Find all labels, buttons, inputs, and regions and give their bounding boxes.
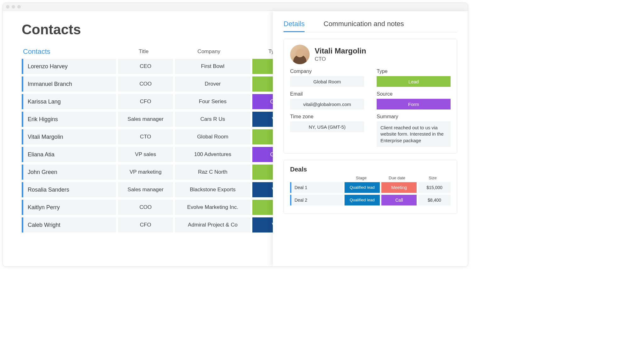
deals-header-due[interactable]: Due date <box>379 176 415 180</box>
contact-name: Vitali Margolin <box>315 47 366 55</box>
field-email: Email vitali@globalroom.com <box>290 91 364 109</box>
cell-company: Global Room <box>175 129 250 144</box>
header-contacts[interactable]: Contacts <box>22 48 116 56</box>
field-summary: Summary Client reached out to us via web… <box>377 114 451 147</box>
contacts-table: Contacts Title Company Type Lorenzo Harv… <box>22 48 273 232</box>
value-company[interactable]: Global Room <box>290 76 364 87</box>
table-row[interactable]: Vitali MargolinCTOGlobal RoomLead <box>22 129 273 144</box>
cell-name: Eliana Atia <box>22 147 116 162</box>
cell-company: First Bowl <box>175 59 250 74</box>
avatar[interactable] <box>290 45 310 64</box>
deal-due: Call <box>381 195 417 205</box>
contact-header: Vitali Margolin CTO <box>290 45 451 64</box>
cell-name: Vitali Margolin <box>22 129 116 144</box>
window-dot-min-icon[interactable] <box>12 5 15 8</box>
value-timezone[interactable]: NY, USA (GMT-5) <box>290 121 364 132</box>
cell-title: CTO <box>118 129 173 144</box>
cell-company: Raz C North <box>175 165 250 180</box>
table-row[interactable]: Erik HigginsSales managerCars R UsVendo <box>22 112 273 127</box>
cell-company: Admiral Project & Co <box>175 217 250 232</box>
cell-title: COO <box>118 200 173 215</box>
tab-communication[interactable]: Communication and notes <box>323 20 404 32</box>
deal-due: Meeting <box>381 182 417 193</box>
cell-name: Karissa Lang <box>22 94 116 109</box>
table-row[interactable]: Lorenzo HarveyCEOFirst BowlLead <box>22 59 273 74</box>
cell-type: Vendo <box>252 182 273 197</box>
cell-title: CEO <box>118 59 173 74</box>
label-summary: Summary <box>377 114 451 120</box>
deal-stage: Qualified lead <box>345 195 380 205</box>
header-type[interactable]: Type <box>247 48 273 55</box>
cell-type: Lead <box>252 200 273 215</box>
cell-type: Custom <box>252 147 273 162</box>
field-timezone: Time zone NY, USA (GMT-5) <box>290 114 364 147</box>
value-email[interactable]: vitali@globalroom.com <box>290 99 364 109</box>
cell-type: Lead <box>252 76 273 92</box>
label-type: Type <box>377 69 451 74</box>
deal-size: $8,400 <box>418 195 451 205</box>
value-summary[interactable]: Client reached out to us via website for… <box>377 121 451 147</box>
table-row[interactable]: Caleb WrightCFOAdmiral Project & CoVendo <box>22 217 273 232</box>
cell-company: Blackstone Exports <box>175 182 250 197</box>
header-title[interactable]: Title <box>116 48 171 55</box>
deal-row[interactable]: Deal 1Qualified leadMeeting$15,000 <box>290 182 451 193</box>
window-titlebar <box>3 3 468 11</box>
cell-type: Lead <box>252 129 273 144</box>
table-row[interactable]: Karissa LangCFOFour SeriesCustom <box>22 94 273 109</box>
cell-name: Kaitlyn Perry <box>22 200 116 215</box>
deal-stage: Qualified lead <box>345 182 380 193</box>
cell-type: Lead <box>252 165 273 180</box>
cell-name: Erik Higgins <box>22 112 116 127</box>
cell-title: VP marketing <box>118 165 173 180</box>
field-company: Company Global Room <box>290 69 364 87</box>
cell-name: Lorenzo Harvey <box>22 59 116 74</box>
cell-company: 100 Adventures <box>175 147 250 162</box>
cell-title: Sales manager <box>118 112 173 127</box>
app-body: Contacts Contacts Title Company Type Lor… <box>3 11 468 266</box>
cell-type: Lead <box>252 59 273 74</box>
table-row[interactable]: Kaitlyn PerryCOOEvolve Marketing Inc.Lea… <box>22 200 273 215</box>
deal-size: $15,000 <box>418 182 451 193</box>
field-type: Type Lead <box>377 69 451 87</box>
cell-type: Vendo <box>252 112 273 127</box>
value-type[interactable]: Lead <box>377 76 451 87</box>
details-pane: Details Communication and notes Vitali M… <box>273 11 468 266</box>
cell-name: Caleb Wright <box>22 217 116 232</box>
label-timezone: Time zone <box>290 114 364 120</box>
contact-role: CTO <box>315 56 366 62</box>
contacts-table-header: Contacts Title Company Type <box>22 48 273 56</box>
cell-company: Cars R Us <box>175 112 250 127</box>
deals-header-size[interactable]: Size <box>415 176 451 180</box>
cell-company: Evolve Marketing Inc. <box>175 200 250 215</box>
label-source: Source <box>377 91 451 97</box>
cell-title: VP sales <box>118 147 173 162</box>
window-dot-close-icon[interactable] <box>6 5 9 8</box>
cell-company: Drover <box>175 76 250 92</box>
deal-row[interactable]: Deal 2Qualified leadCall$8,400 <box>290 195 451 205</box>
value-source[interactable]: Form <box>377 99 451 109</box>
table-row[interactable]: Immanuel BranchCOODroverLead <box>22 76 273 92</box>
cell-name: Rosalia Sanders <box>22 182 116 197</box>
deals-header-stage[interactable]: Stage <box>343 176 379 180</box>
cell-title: CFO <box>118 94 173 109</box>
header-company[interactable]: Company <box>171 48 247 55</box>
app-window: Contacts Contacts Title Company Type Lor… <box>3 3 468 267</box>
cell-type: Custom <box>252 94 273 109</box>
page-title: Contacts <box>22 22 273 37</box>
deals-card: Deals Stage Due date Size Deal 1Qualifie… <box>284 160 457 214</box>
table-row[interactable]: John GreenVP marketingRaz C NorthLead <box>22 165 273 180</box>
cell-title: Sales manager <box>118 182 173 197</box>
cell-company: Four Series <box>175 94 250 109</box>
cell-type: Vendo <box>252 217 273 232</box>
contacts-pane: Contacts Contacts Title Company Type Lor… <box>3 11 273 266</box>
table-row[interactable]: Eliana AtiaVP sales100 AdventuresCustom <box>22 147 273 162</box>
contact-card: Vitali Margolin CTO Company Global Room … <box>284 39 457 154</box>
window-dot-max-icon[interactable] <box>17 5 21 8</box>
table-row[interactable]: Rosalia SandersSales managerBlackstone E… <box>22 182 273 197</box>
cell-title: CFO <box>118 217 173 232</box>
label-email: Email <box>290 91 364 97</box>
deal-name: Deal 1 <box>290 182 343 193</box>
deals-title: Deals <box>290 166 451 173</box>
cell-name: Immanuel Branch <box>22 76 116 92</box>
tab-details[interactable]: Details <box>284 20 305 32</box>
